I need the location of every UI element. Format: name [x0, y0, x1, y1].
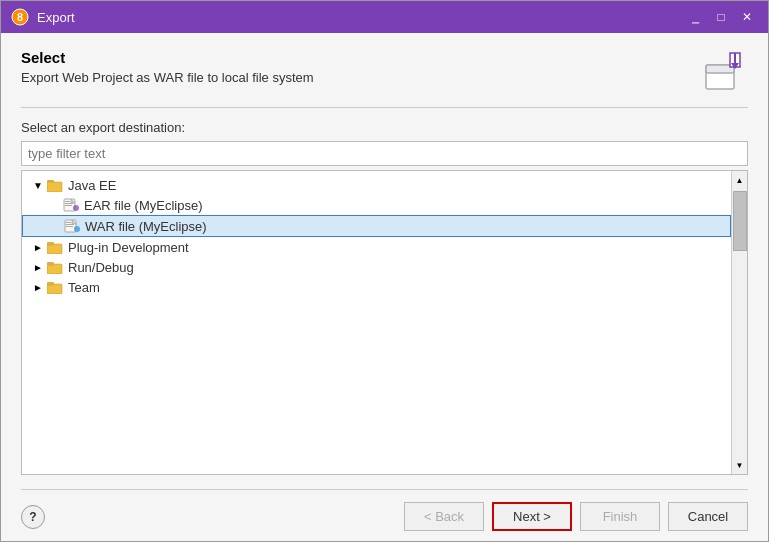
tree-item-plugin-dev[interactable]: ► Plug-in Development	[22, 237, 731, 257]
file-icon-war	[63, 219, 81, 233]
cancel-button[interactable]: Cancel	[668, 502, 748, 531]
tree-label-run-debug: Run/Debug	[68, 260, 134, 275]
expand-arrow-plugin: ►	[30, 239, 46, 255]
scroll-down-button[interactable]: ▼	[733, 458, 747, 472]
scroll-up-button[interactable]: ▲	[733, 173, 747, 187]
svg-text:8: 8	[17, 11, 23, 23]
svg-point-21	[74, 226, 80, 232]
footer-section: ? < Back Next > Finish Cancel	[21, 475, 748, 531]
minimize-button[interactable]: ⎯	[684, 6, 706, 28]
next-button[interactable]: Next >	[492, 502, 572, 531]
svg-rect-20	[66, 226, 73, 227]
folder-icon-java-ee	[46, 178, 64, 192]
tree-label-team: Team	[68, 280, 100, 295]
svg-rect-23	[47, 242, 54, 246]
header-text: Select Export Web Project as WAR file to…	[21, 49, 314, 85]
help-button[interactable]: ?	[21, 505, 45, 529]
expand-arrow-run: ►	[30, 259, 46, 275]
page-title: Select	[21, 49, 314, 66]
dialog-content: Select Export Web Project as WAR file to…	[1, 33, 768, 541]
svg-rect-9	[47, 182, 62, 192]
export-graphic	[700, 49, 748, 97]
expand-arrow-java-ee: ▼	[30, 177, 46, 193]
tree-label-java-ee: Java EE	[68, 178, 116, 193]
window-controls: ⎯ □ ✕	[684, 6, 758, 28]
tree-label-plugin-dev: Plug-in Development	[68, 240, 189, 255]
folder-icon-run	[46, 260, 64, 274]
app-icon: 8	[11, 8, 29, 26]
button-row: ? < Back Next > Finish Cancel	[21, 502, 748, 531]
maximize-button[interactable]: □	[710, 6, 732, 28]
section-label: Select an export destination:	[21, 120, 748, 135]
tree: ▼ Java EE ▶	[22, 171, 731, 474]
svg-point-15	[73, 205, 79, 211]
svg-rect-12	[65, 201, 70, 202]
scroll-thumb[interactable]	[733, 191, 747, 251]
tree-label-war-file: WAR file (MyEclipse)	[85, 219, 207, 234]
scrollbar[interactable]: ▲ ▼	[731, 171, 747, 474]
tree-item-team[interactable]: ► Team	[22, 277, 731, 297]
expand-arrow-team: ►	[30, 279, 46, 295]
folder-icon-plugin	[46, 240, 64, 254]
filter-input[interactable]	[21, 141, 748, 166]
separator	[21, 489, 748, 490]
page-description: Export Web Project as WAR file to local …	[21, 70, 314, 85]
finish-button[interactable]: Finish	[580, 502, 660, 531]
tree-item-java-ee[interactable]: ▼ Java EE	[22, 175, 731, 195]
tree-container: ▼ Java EE ▶	[21, 170, 748, 475]
header-section: Select Export Web Project as WAR file to…	[21, 49, 748, 108]
close-button[interactable]: ✕	[736, 6, 758, 28]
tree-item-run-debug[interactable]: ► Run/Debug	[22, 257, 731, 277]
navigation-buttons: < Back Next > Finish Cancel	[404, 502, 748, 531]
svg-rect-27	[47, 282, 54, 286]
svg-rect-14	[65, 205, 72, 206]
tree-label-ear-file: EAR file (MyEclipse)	[84, 198, 202, 213]
tree-item-war-file[interactable]: ▶ WAR file (MyEclipse)	[22, 215, 731, 237]
svg-rect-13	[65, 203, 73, 204]
svg-rect-18	[66, 222, 71, 223]
file-icon-ear	[62, 198, 80, 212]
folder-icon-team	[46, 280, 64, 294]
window-title: Export	[37, 10, 684, 25]
svg-rect-25	[47, 262, 54, 266]
export-window: 8 Export ⎯ □ ✕ Select Export Web Project…	[0, 0, 769, 542]
title-bar: 8 Export ⎯ □ ✕	[1, 1, 768, 33]
back-button[interactable]: < Back	[404, 502, 484, 531]
svg-rect-19	[66, 224, 74, 225]
tree-item-ear-file[interactable]: ▶ EAR file (MyEclipse)	[22, 195, 731, 215]
